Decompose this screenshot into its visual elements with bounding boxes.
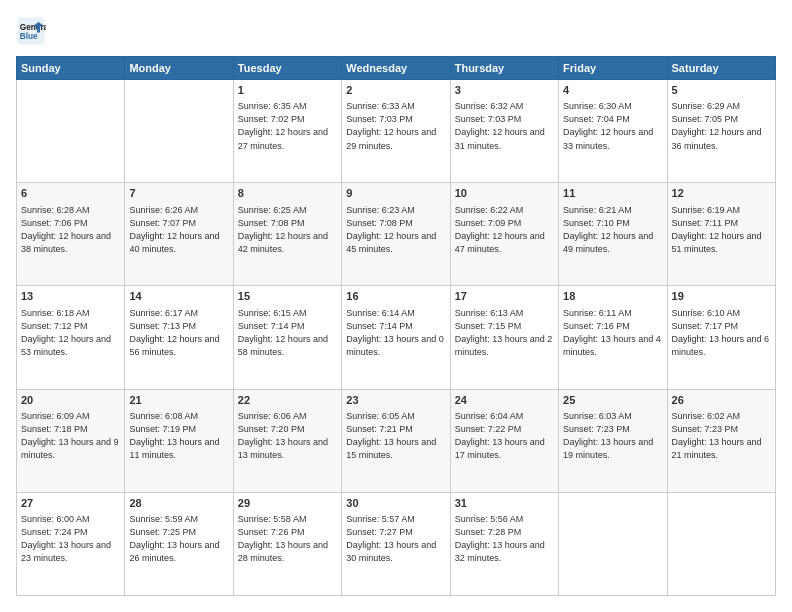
day-info: Sunrise: 6:23 AMSunset: 7:08 PMDaylight:… [346, 204, 445, 256]
day-number: 3 [455, 83, 554, 98]
day-number: 8 [238, 186, 337, 201]
day-info: Sunrise: 5:57 AMSunset: 7:27 PMDaylight:… [346, 513, 445, 565]
day-number: 2 [346, 83, 445, 98]
day-info: Sunrise: 6:35 AMSunset: 7:02 PMDaylight:… [238, 100, 337, 152]
svg-text:Blue: Blue [20, 32, 38, 41]
calendar-cell: 8Sunrise: 6:25 AMSunset: 7:08 PMDaylight… [233, 183, 341, 286]
week-row-2: 6Sunrise: 6:28 AMSunset: 7:06 PMDaylight… [17, 183, 776, 286]
day-info: Sunrise: 6:02 AMSunset: 7:23 PMDaylight:… [672, 410, 771, 462]
calendar-cell: 15Sunrise: 6:15 AMSunset: 7:14 PMDayligh… [233, 286, 341, 389]
calendar-cell [17, 80, 125, 183]
day-info: Sunrise: 6:14 AMSunset: 7:14 PMDaylight:… [346, 307, 445, 359]
header: General Blue [16, 16, 776, 46]
calendar-cell: 4Sunrise: 6:30 AMSunset: 7:04 PMDaylight… [559, 80, 667, 183]
day-info: Sunrise: 5:58 AMSunset: 7:26 PMDaylight:… [238, 513, 337, 565]
calendar-cell: 24Sunrise: 6:04 AMSunset: 7:22 PMDayligh… [450, 389, 558, 492]
day-number: 30 [346, 496, 445, 511]
day-number: 9 [346, 186, 445, 201]
calendar-cell: 1Sunrise: 6:35 AMSunset: 7:02 PMDaylight… [233, 80, 341, 183]
day-info: Sunrise: 6:17 AMSunset: 7:13 PMDaylight:… [129, 307, 228, 359]
day-number: 10 [455, 186, 554, 201]
calendar-cell: 9Sunrise: 6:23 AMSunset: 7:08 PMDaylight… [342, 183, 450, 286]
day-number: 5 [672, 83, 771, 98]
day-number: 24 [455, 393, 554, 408]
day-info: Sunrise: 5:56 AMSunset: 7:28 PMDaylight:… [455, 513, 554, 565]
day-number: 1 [238, 83, 337, 98]
day-info: Sunrise: 6:08 AMSunset: 7:19 PMDaylight:… [129, 410, 228, 462]
calendar-cell: 27Sunrise: 6:00 AMSunset: 7:24 PMDayligh… [17, 492, 125, 595]
day-number: 23 [346, 393, 445, 408]
day-info: Sunrise: 6:11 AMSunset: 7:16 PMDaylight:… [563, 307, 662, 359]
day-number: 14 [129, 289, 228, 304]
weekday-header-friday: Friday [559, 57, 667, 80]
day-info: Sunrise: 6:26 AMSunset: 7:07 PMDaylight:… [129, 204, 228, 256]
day-number: 21 [129, 393, 228, 408]
calendar-cell: 29Sunrise: 5:58 AMSunset: 7:26 PMDayligh… [233, 492, 341, 595]
weekday-header-wednesday: Wednesday [342, 57, 450, 80]
day-info: Sunrise: 6:09 AMSunset: 7:18 PMDaylight:… [21, 410, 120, 462]
day-info: Sunrise: 6:28 AMSunset: 7:06 PMDaylight:… [21, 204, 120, 256]
day-number: 29 [238, 496, 337, 511]
day-info: Sunrise: 6:00 AMSunset: 7:24 PMDaylight:… [21, 513, 120, 565]
day-number: 4 [563, 83, 662, 98]
day-number: 18 [563, 289, 662, 304]
day-info: Sunrise: 6:15 AMSunset: 7:14 PMDaylight:… [238, 307, 337, 359]
calendar-cell: 10Sunrise: 6:22 AMSunset: 7:09 PMDayligh… [450, 183, 558, 286]
day-number: 19 [672, 289, 771, 304]
day-info: Sunrise: 6:22 AMSunset: 7:09 PMDaylight:… [455, 204, 554, 256]
calendar-cell: 31Sunrise: 5:56 AMSunset: 7:28 PMDayligh… [450, 492, 558, 595]
day-number: 27 [21, 496, 120, 511]
day-info: Sunrise: 6:30 AMSunset: 7:04 PMDaylight:… [563, 100, 662, 152]
day-info: Sunrise: 6:25 AMSunset: 7:08 PMDaylight:… [238, 204, 337, 256]
day-number: 26 [672, 393, 771, 408]
calendar-cell: 14Sunrise: 6:17 AMSunset: 7:13 PMDayligh… [125, 286, 233, 389]
calendar-cell: 3Sunrise: 6:32 AMSunset: 7:03 PMDaylight… [450, 80, 558, 183]
week-row-5: 27Sunrise: 6:00 AMSunset: 7:24 PMDayligh… [17, 492, 776, 595]
calendar-cell: 13Sunrise: 6:18 AMSunset: 7:12 PMDayligh… [17, 286, 125, 389]
calendar-cell: 28Sunrise: 5:59 AMSunset: 7:25 PMDayligh… [125, 492, 233, 595]
day-info: Sunrise: 6:13 AMSunset: 7:15 PMDaylight:… [455, 307, 554, 359]
calendar-cell: 18Sunrise: 6:11 AMSunset: 7:16 PMDayligh… [559, 286, 667, 389]
calendar-cell: 26Sunrise: 6:02 AMSunset: 7:23 PMDayligh… [667, 389, 775, 492]
calendar-cell: 11Sunrise: 6:21 AMSunset: 7:10 PMDayligh… [559, 183, 667, 286]
day-info: Sunrise: 6:19 AMSunset: 7:11 PMDaylight:… [672, 204, 771, 256]
weekday-header-saturday: Saturday [667, 57, 775, 80]
svg-text:General: General [20, 23, 46, 32]
week-row-1: 1Sunrise: 6:35 AMSunset: 7:02 PMDaylight… [17, 80, 776, 183]
day-number: 13 [21, 289, 120, 304]
day-info: Sunrise: 6:29 AMSunset: 7:05 PMDaylight:… [672, 100, 771, 152]
calendar-cell: 16Sunrise: 6:14 AMSunset: 7:14 PMDayligh… [342, 286, 450, 389]
calendar-cell: 17Sunrise: 6:13 AMSunset: 7:15 PMDayligh… [450, 286, 558, 389]
calendar-cell: 21Sunrise: 6:08 AMSunset: 7:19 PMDayligh… [125, 389, 233, 492]
day-number: 11 [563, 186, 662, 201]
calendar-cell: 6Sunrise: 6:28 AMSunset: 7:06 PMDaylight… [17, 183, 125, 286]
day-number: 31 [455, 496, 554, 511]
weekday-header-row: SundayMondayTuesdayWednesdayThursdayFrid… [17, 57, 776, 80]
calendar-cell [667, 492, 775, 595]
day-number: 17 [455, 289, 554, 304]
day-number: 7 [129, 186, 228, 201]
calendar-cell: 22Sunrise: 6:06 AMSunset: 7:20 PMDayligh… [233, 389, 341, 492]
calendar-table: SundayMondayTuesdayWednesdayThursdayFrid… [16, 56, 776, 596]
week-row-4: 20Sunrise: 6:09 AMSunset: 7:18 PMDayligh… [17, 389, 776, 492]
weekday-header-thursday: Thursday [450, 57, 558, 80]
logo-icon: General Blue [16, 16, 46, 46]
calendar-cell: 2Sunrise: 6:33 AMSunset: 7:03 PMDaylight… [342, 80, 450, 183]
day-number: 22 [238, 393, 337, 408]
calendar-cell: 12Sunrise: 6:19 AMSunset: 7:11 PMDayligh… [667, 183, 775, 286]
calendar-cell: 7Sunrise: 6:26 AMSunset: 7:07 PMDaylight… [125, 183, 233, 286]
day-number: 12 [672, 186, 771, 201]
day-number: 25 [563, 393, 662, 408]
day-number: 15 [238, 289, 337, 304]
day-info: Sunrise: 6:21 AMSunset: 7:10 PMDaylight:… [563, 204, 662, 256]
week-row-3: 13Sunrise: 6:18 AMSunset: 7:12 PMDayligh… [17, 286, 776, 389]
day-info: Sunrise: 6:32 AMSunset: 7:03 PMDaylight:… [455, 100, 554, 152]
day-info: Sunrise: 6:04 AMSunset: 7:22 PMDaylight:… [455, 410, 554, 462]
day-info: Sunrise: 6:06 AMSunset: 7:20 PMDaylight:… [238, 410, 337, 462]
page: General Blue SundayMondayTuesdayWednesda… [0, 0, 792, 612]
calendar-cell [125, 80, 233, 183]
logo: General Blue [16, 16, 46, 46]
day-info: Sunrise: 6:10 AMSunset: 7:17 PMDaylight:… [672, 307, 771, 359]
day-info: Sunrise: 6:03 AMSunset: 7:23 PMDaylight:… [563, 410, 662, 462]
calendar-cell: 19Sunrise: 6:10 AMSunset: 7:17 PMDayligh… [667, 286, 775, 389]
